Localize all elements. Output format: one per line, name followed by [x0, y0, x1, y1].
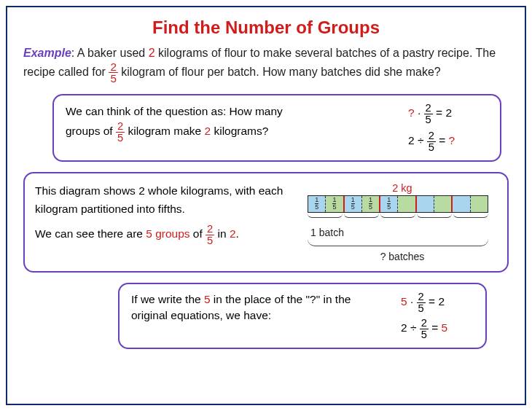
batch-label: 1 batch [310, 227, 497, 238]
panel-diagram: This diagram shows 2 whole kilograms, wi… [23, 172, 509, 273]
group-braces [308, 214, 488, 227]
prompt-qty: 2 [149, 47, 155, 59]
panel1-equations: ? · 25 = 2 2 ÷ 25 = ? [408, 103, 488, 153]
p1-line1: We can think of the question as: How man… [66, 103, 396, 121]
eq-div-unknown: 2 ÷ 25 = ? [408, 130, 488, 152]
tape-cell [398, 196, 416, 212]
panel1-text: We can think of the question as: How man… [66, 103, 396, 153]
tape-cell [417, 196, 434, 212]
brace-icon [308, 239, 488, 246]
brace-icon [380, 214, 415, 218]
prompt-pre: : A baker used [71, 47, 149, 59]
tape-cell: 15 [380, 196, 398, 212]
eq-div-solved: 2 ÷ 25 = 5 [401, 318, 474, 340]
tape-cell [434, 196, 453, 212]
tape-cell [453, 196, 470, 212]
p1-line2: groups of 25 kilogram make 2 kilograms? [66, 121, 396, 143]
panel3-equations: 5 · 25 = 2 2 ÷ 25 = 5 [401, 291, 474, 340]
brace-icon [453, 214, 488, 218]
panel-solution: If we write the 5 in the place of the "?… [118, 283, 487, 349]
brace-icon [308, 214, 343, 218]
brace-icon [344, 214, 379, 218]
tape-bar: 15 15 15 15 15 [308, 195, 488, 213]
p2-fraction: 25 [206, 224, 214, 246]
tape-diagram: 2 kg 15 15 15 15 15 1 batch [308, 182, 497, 262]
question-label: ? batches [308, 251, 497, 262]
prompt-fraction: 25 [109, 61, 117, 84]
lesson-card: Find the Number of Groups Example: A bak… [6, 6, 526, 405]
diagram-top-label: 2 kg [308, 182, 497, 194]
brace-icon [417, 214, 452, 218]
panel2-text: This diagram shows 2 whole kilograms, wi… [35, 182, 299, 262]
tape-cell: 15 [345, 196, 362, 212]
p2-line2: We can see there are 5 groups of 25 in 2… [35, 224, 299, 246]
page-title: Find the Number of Groups [23, 17, 509, 38]
panel3-text: If we write the 5 in the place of the "?… [131, 291, 389, 340]
tape-cell: 15 [308, 196, 326, 212]
prompt-mid2: kilogram of flour per batch. How many ba… [118, 66, 441, 78]
p1-fraction: 25 [116, 121, 125, 143]
example-prompt: Example: A baker used 2 kilograms of flo… [23, 45, 509, 84]
tape-cell: 15 [326, 196, 344, 212]
panel-rephrase: We can think of the question as: How man… [52, 94, 501, 162]
example-label: Example [23, 47, 71, 59]
eq-mult-solved: 5 · 25 = 2 [401, 291, 474, 313]
p2-line1: This diagram shows 2 whole kilograms, wi… [35, 182, 299, 219]
tape-cell [471, 196, 488, 212]
eq-mult-unknown: ? · 25 = 2 [408, 103, 488, 125]
total-brace [308, 239, 488, 251]
tape-cell: 15 [362, 196, 380, 212]
